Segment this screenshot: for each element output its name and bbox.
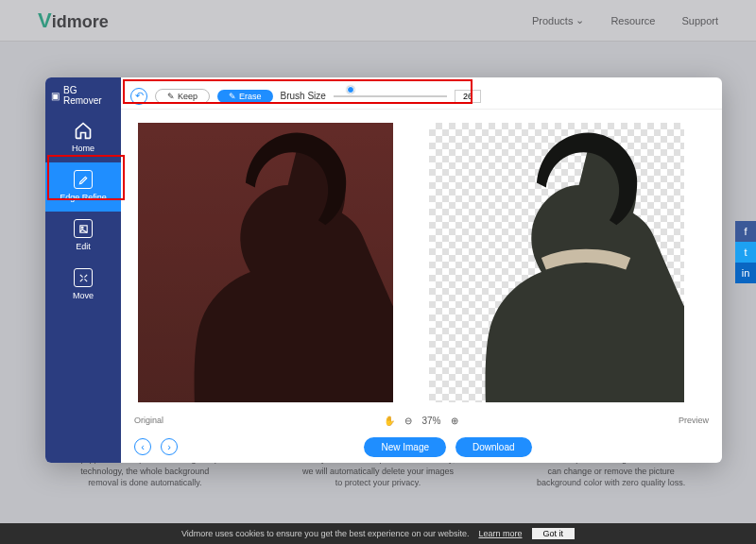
- next-button[interactable]: ›: [161, 438, 178, 455]
- social-rail: f t in: [735, 221, 756, 283]
- sidebar-item-home[interactable]: Home: [45, 113, 121, 162]
- action-row: ‹ › New Image Download: [121, 431, 722, 463]
- edge-refine-icon: [74, 170, 93, 189]
- move-icon: [74, 268, 93, 287]
- original-label: Original: [134, 416, 163, 425]
- facebook-icon[interactable]: f: [735, 221, 756, 242]
- sidebar-label-edge: Edge Refine: [60, 193, 107, 202]
- sidebar-item-edit[interactable]: Edit: [45, 212, 121, 261]
- sidebar-label-home: Home: [72, 144, 94, 153]
- original-panel[interactable]: [132, 117, 420, 408]
- original-image: [138, 123, 393, 402]
- preview-panel[interactable]: [423, 117, 711, 408]
- erase-tool-button[interactable]: ✎Erase: [217, 90, 273, 103]
- home-icon: [74, 121, 93, 140]
- undo-button[interactable]: ↶: [130, 88, 147, 105]
- slider-thumb[interactable]: [347, 86, 354, 94]
- sidebar-label-move: Move: [73, 291, 94, 300]
- toolbar: ↶ ✎Keep ✎Erase Brush Size 26: [121, 83, 722, 110]
- brush-size-value[interactable]: 26: [455, 90, 481, 103]
- new-image-button[interactable]: New Image: [364, 437, 446, 457]
- download-button[interactable]: Download: [455, 437, 531, 457]
- bg-remover-modal: ▣ BG Remover Home Edge Refine Edit Move …: [45, 77, 722, 463]
- keep-tool-button[interactable]: ✎Keep: [155, 89, 210, 104]
- brush-size-slider[interactable]: [334, 90, 447, 103]
- prev-button[interactable]: ‹: [134, 438, 151, 455]
- sidebar-item-move[interactable]: Move: [45, 261, 121, 310]
- canvas-footer: Original ✋ ⊖ 37% ⊕ Preview: [121, 410, 722, 431]
- twitter-icon[interactable]: t: [735, 242, 756, 263]
- brush-keep-icon: ✎: [167, 92, 175, 101]
- editor-sidebar: ▣ BG Remover Home Edge Refine Edit Move: [45, 77, 121, 463]
- brush-erase-icon: ✎: [229, 92, 236, 101]
- preview-label: Preview: [679, 416, 709, 425]
- pan-icon[interactable]: ✋: [384, 416, 395, 426]
- zoom-controls: ✋ ⊖ 37% ⊕: [384, 416, 457, 426]
- zoom-out-button[interactable]: ⊖: [404, 416, 412, 426]
- preview-image: [429, 123, 684, 402]
- cookie-message: Vidmore uses cookies to ensure you get t…: [181, 529, 470, 538]
- cookie-banner: Vidmore uses cookies to ensure you get t…: [0, 523, 756, 544]
- canvas-area: [121, 110, 722, 410]
- cookie-learn-more[interactable]: Learn more: [478, 529, 522, 538]
- zoom-level: 37%: [421, 416, 440, 426]
- brush-size-label: Brush Size: [281, 91, 326, 101]
- person-silhouette-right: [450, 123, 684, 402]
- image-icon: ▣: [51, 91, 60, 101]
- sidebar-item-edge-refine[interactable]: Edge Refine: [45, 162, 121, 212]
- edit-icon: [74, 219, 93, 238]
- zoom-in-button[interactable]: ⊕: [451, 416, 458, 426]
- sidebar-label-edit: Edit: [76, 242, 91, 251]
- mask-overlay: [138, 123, 393, 402]
- svg-point-1: [81, 227, 83, 229]
- linkedin-icon[interactable]: in: [735, 263, 756, 283]
- app-title: ▣ BG Remover: [45, 77, 121, 113]
- cookie-accept-button[interactable]: Got it: [532, 528, 576, 539]
- editor-main: ↶ ✎Keep ✎Erase Brush Size 26: [121, 77, 722, 463]
